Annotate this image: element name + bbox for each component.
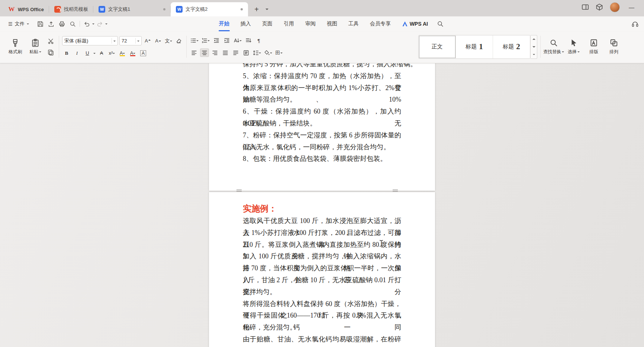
underline-button[interactable]: U (83, 49, 92, 57)
print-preview-icon[interactable] (70, 21, 76, 27)
font-name-select[interactable]: 宋体 (标题) (62, 36, 118, 45)
more-commands-chevron-icon[interactable] (105, 23, 107, 26)
text-direction-button[interactable] (233, 36, 242, 45)
bullet-list-button[interactable] (190, 36, 199, 45)
style-card-body[interactable]: 正文 (419, 35, 456, 58)
show-formatting-marks-button[interactable]: ¶ (254, 36, 263, 45)
wps-ai-icon (402, 21, 408, 27)
paste-button[interactable]: 粘贴 (25, 33, 45, 61)
doc-line: 保持约 5 分钟，加入等重量优质蔗糖，搅匀，抽入浓缩锅。 (243, 63, 401, 70)
find-replace-magnifier-icon (550, 39, 558, 47)
sort-paragraph-button[interactable] (244, 36, 253, 45)
align-center-button[interactable] (200, 48, 209, 57)
bold-button[interactable]: B (62, 49, 71, 57)
undo-options-chevron-icon[interactable] (92, 23, 94, 26)
copy-icon[interactable] (48, 49, 54, 55)
tab-list-chevron-icon[interactable] (263, 4, 271, 15)
strikethrough-button[interactable]: A (97, 49, 106, 57)
line-spacing-button[interactable] (252, 48, 262, 57)
new-tab-button[interactable]: + (251, 4, 262, 15)
grow-font-button[interactable]: A (143, 36, 152, 45)
command-search-icon[interactable] (437, 20, 444, 27)
underline-options-chevron-icon[interactable] (93, 53, 96, 55)
menu-tab-tools[interactable]: 工具 (348, 16, 359, 31)
decrease-indent-button[interactable] (212, 36, 221, 45)
numbered-list-button[interactable] (201, 36, 210, 45)
apps-box-icon[interactable] (596, 3, 603, 11)
window-tab-doc1[interactable]: W文字文稿1 (93, 2, 171, 16)
document-page-1[interactable]: 保持约 5 分钟，加入等重量优质蔗糖，搅匀，抽入浓缩锅。5、浓缩：保持温度约 7… (209, 63, 435, 191)
menu-tab-home[interactable]: 开始 (219, 16, 229, 31)
arrange-button[interactable]: 排列 (604, 33, 624, 61)
save-icon[interactable] (37, 21, 44, 27)
character-border-button[interactable]: A (139, 49, 148, 57)
undo-icon[interactable] (84, 21, 90, 27)
doc-line: 将所得混合料转入料盘保持 60 度（水浴加热）干燥，使之结块， (243, 298, 401, 310)
doc-line: 8、包装：用优质食品包装袋、薄膜袋密封包装。 (243, 153, 401, 165)
page-break-handle-left[interactable] (236, 190, 242, 192)
wps-ai-label: WPS AI (410, 21, 428, 27)
text-tools-button[interactable]: 文 (164, 36, 173, 45)
shading-bucket-icon[interactable] (263, 48, 273, 57)
export-icon[interactable] (48, 21, 54, 27)
find-replace-button[interactable]: 查找替换 (544, 33, 564, 61)
window-tab-docer[interactable]: 找稻壳模板 (49, 2, 93, 16)
file-menu-button[interactable]: ☰ 文件 (5, 19, 32, 29)
menu-tab-view[interactable]: 视图 (327, 16, 337, 31)
minimize-button[interactable]: — (627, 4, 637, 10)
docer-icon (54, 6, 61, 13)
select-button[interactable]: 选择 (564, 33, 584, 61)
paragraph-layout-button[interactable] (242, 48, 251, 57)
font-color-button[interactable]: A (128, 49, 137, 57)
style-gallery-scroll (531, 35, 537, 59)
service-headset-icon[interactable] (631, 20, 639, 28)
wps-ai-button[interactable]: WPS AI (402, 21, 428, 27)
menu-tab-reference[interactable]: 引用 (284, 16, 294, 31)
font-group: 宋体 (标题) 72 A A 文 B I U A x² A A A (62, 33, 183, 61)
doc-line: 5、浓缩：保持温度约 70 度，加热（水浴加热），至体积变 (243, 70, 401, 82)
doc-line: 混入无水，氯化钙，一同粉碎，并充分混合均匀。 (243, 141, 401, 153)
superscript-button[interactable]: x² (107, 49, 116, 57)
style-gallery-more-icon[interactable] (531, 51, 537, 58)
justify-button[interactable] (221, 48, 230, 57)
font-size-value: 72 (122, 38, 133, 44)
italic-button[interactable]: I (73, 49, 81, 57)
redo-icon[interactable] (97, 21, 103, 27)
menu-tab-member[interactable]: 会员专享 (370, 16, 391, 31)
undo-redo-cluster (84, 21, 107, 27)
typeset-button[interactable]: 排版 (584, 33, 604, 61)
style-scroll-down-icon[interactable] (531, 43, 537, 51)
doc-line: 加入 100 斤优质蔗糖，搅拌均匀，抽入浓缩锅内，水浴加热保 (243, 251, 401, 262)
workspace-layout-icon[interactable] (582, 3, 589, 11)
highlight-color-button[interactable]: A (118, 49, 127, 57)
cut-scissors-icon[interactable] (48, 38, 54, 44)
increase-indent-button[interactable] (222, 36, 231, 45)
find-replace-label: 查找替换 (543, 49, 561, 55)
document-canvas[interactable]: 保持约 5 分钟，加入等重量优质蔗糖，搅匀，抽入浓缩锅。5、浓缩：保持温度约 7… (0, 63, 644, 347)
window-tab-home[interactable]: WWPS Office (3, 2, 49, 16)
style-card-heading1[interactable]: 标题1 (456, 35, 493, 58)
style-card-heading2[interactable]: 标题2 (493, 35, 530, 58)
document-page-2[interactable]: 实施例： 选取风干优质大豆 100 斤，加水浸泡至膨大适宜，沥去水，加入 1%小… (209, 192, 435, 347)
page-break-handle-right[interactable] (393, 190, 398, 192)
align-left-button[interactable] (190, 48, 199, 57)
format-painter-button[interactable]: 格式刷 (5, 33, 25, 61)
menu-tab-review[interactable]: 审阅 (305, 16, 316, 31)
clear-formatting-eraser-icon[interactable] (174, 36, 183, 45)
tools-group: 查找替换 选择 排版 排列 (544, 33, 624, 61)
doc-line: 210 斤。将豆浆倒入蒸煮锅内直接加热至约 80 度保持 5 分钟， (243, 239, 401, 251)
distribute-button[interactable] (231, 48, 240, 57)
font-size-select[interactable]: 72 (119, 36, 142, 45)
menu-tab-insert[interactable]: 插入 (241, 16, 251, 31)
style-scroll-up-icon[interactable] (531, 35, 537, 43)
modified-dot (163, 8, 165, 10)
window-tab-doc2[interactable]: W文字文稿2 (171, 2, 248, 16)
user-avatar[interactable] (610, 2, 620, 12)
print-icon[interactable] (59, 21, 65, 27)
shrink-font-button[interactable]: A (154, 36, 162, 45)
menu-tab-page[interactable]: 页面 (262, 16, 273, 31)
borders-button[interactable]: 田 (274, 48, 283, 57)
align-right-button[interactable] (210, 48, 219, 57)
doc-line: 为原来豆浆体积的一半时，加入约 1%小苏打、2%甘油、10% (243, 82, 401, 94)
divider (540, 36, 541, 58)
